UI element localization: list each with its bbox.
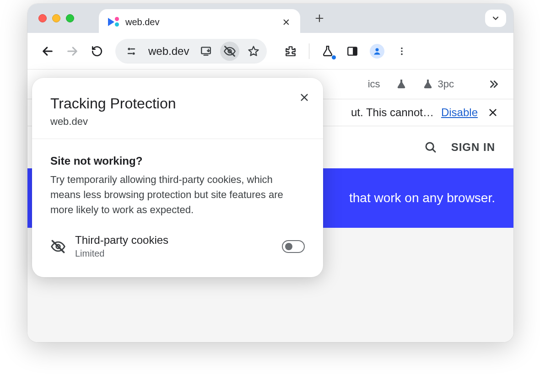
hero-text: that work on any browser. (349, 191, 495, 205)
popover-header: Tracking Protection web.dev (32, 78, 323, 139)
svg-point-0 (128, 48, 130, 50)
install-pwa-button[interactable] (196, 42, 216, 61)
toolbar: web.dev (27, 33, 513, 70)
third-party-cookies-toggle[interactable] (282, 240, 305, 253)
new-tab-button[interactable] (311, 10, 328, 27)
infobar-close-button[interactable] (485, 107, 501, 118)
sign-in-button[interactable]: SIGN IN (451, 141, 495, 154)
bookmark-item[interactable]: 3pc (422, 78, 454, 90)
star-icon (247, 45, 260, 58)
person-icon (373, 47, 382, 56)
reload-icon (91, 45, 103, 57)
labs-badge-dot (332, 55, 336, 59)
svg-point-9 (401, 53, 403, 55)
chevrons-right-icon (488, 78, 500, 90)
infobar-disable-link[interactable]: Disable (441, 106, 478, 119)
popover-title: Tracking Protection (50, 95, 305, 112)
arrow-right-icon (66, 45, 79, 58)
svg-point-6 (376, 48, 379, 51)
window-controls (38, 14, 74, 22)
site-settings-button[interactable] (122, 42, 141, 61)
popover-question: Site not working? (50, 155, 305, 167)
window-minimize-button[interactable] (52, 14, 60, 22)
window-close-button[interactable] (38, 14, 47, 22)
popover-body: Site not working? Try temporarily allowi… (32, 139, 323, 277)
popover-site: web.dev (50, 116, 305, 128)
infobar-text: ut. This cannot… (351, 106, 434, 119)
svg-rect-5 (353, 47, 357, 55)
bookmark-label: ics (368, 78, 380, 90)
flask-icon (396, 79, 407, 90)
reload-button[interactable] (87, 41, 107, 61)
install-icon (200, 45, 212, 57)
address-text: web.dev (146, 45, 192, 58)
flask-icon (322, 45, 334, 57)
side-panel-icon (346, 45, 358, 57)
plus-icon (314, 13, 324, 23)
window-zoom-button[interactable] (66, 14, 74, 22)
active-tab[interactable]: web.dev (99, 9, 300, 35)
tabs-menu-button[interactable] (485, 10, 506, 27)
close-icon (488, 107, 498, 118)
bookmark-star-button[interactable] (244, 42, 263, 61)
search-icon (424, 140, 437, 154)
labs-button[interactable] (318, 41, 338, 61)
site-search-button[interactable] (424, 140, 437, 154)
puzzle-icon (285, 45, 297, 57)
close-icon (299, 92, 309, 102)
side-panel-button[interactable] (342, 41, 362, 61)
tracking-protection-button[interactable] (220, 42, 239, 61)
toggle-knob (285, 243, 292, 250)
arrow-left-icon (41, 45, 54, 58)
tracking-protection-popover: Tracking Protection web.dev Site not wor… (32, 78, 323, 277)
chevron-down-icon (491, 14, 500, 23)
bookmarks-overflow-button[interactable] (488, 78, 500, 90)
toolbar-divider (309, 43, 309, 59)
address-bar[interactable]: web.dev (115, 39, 267, 64)
eye-off-icon (223, 45, 236, 58)
bookmark-item[interactable] (396, 79, 407, 90)
bookmark-item[interactable]: ics (368, 78, 380, 90)
back-button[interactable] (38, 41, 58, 61)
tune-icon (126, 46, 137, 57)
third-party-cookies-row: Third-party cookies Limited (50, 234, 305, 259)
tab-title: web.dev (125, 17, 160, 27)
extensions-button[interactable] (281, 41, 301, 61)
chrome-menu-button[interactable] (392, 41, 412, 61)
svg-point-1 (132, 52, 135, 54)
kebab-icon (397, 46, 407, 56)
avatar (370, 44, 384, 59)
eye-off-icon (50, 239, 66, 254)
svg-point-7 (401, 47, 403, 49)
cookies-row-status: Limited (75, 248, 273, 259)
flask-icon (422, 79, 433, 90)
profile-button[interactable] (367, 41, 387, 61)
tab-strip: web.dev (27, 4, 513, 33)
popover-description: Try temporarily allowing third-party coo… (50, 172, 305, 217)
tab-favicon (108, 16, 120, 28)
svg-point-8 (401, 50, 403, 52)
cookies-row-title: Third-party cookies (75, 234, 273, 247)
bookmark-label: 3pc (438, 78, 454, 90)
close-icon (282, 18, 290, 26)
tab-close-button[interactable] (280, 16, 292, 28)
popover-close-button[interactable] (299, 92, 309, 102)
forward-button[interactable] (62, 41, 82, 61)
